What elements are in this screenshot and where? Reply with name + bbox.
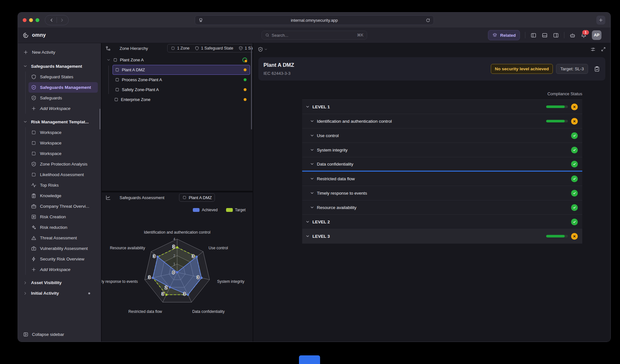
compliance-progress-bar	[546, 105, 568, 108]
clipboard-check-icon[interactable]	[594, 66, 600, 72]
zone-detail-badges: No security level achieved Target: SL-3	[491, 64, 600, 74]
collapse-sidebar-button[interactable]: Collapse sidebar	[23, 332, 64, 337]
reload-icon[interactable]	[426, 18, 430, 23]
legend-item-target[interactable]: Target	[226, 208, 246, 212]
compliance-row-level-3[interactable]: LEVEL 3	[302, 229, 582, 244]
settings-sliders-icon[interactable]	[590, 47, 596, 52]
forward-button[interactable]	[57, 16, 67, 24]
sidebar-item-safeguards-management[interactable]: Safeguards Management	[28, 82, 98, 93]
sidebar-item-vulnerability-assessment[interactable]: Vulnerability Assessment	[28, 243, 98, 254]
chevron-down-icon[interactable]	[310, 133, 314, 138]
sidebar-item-add-workspace[interactable]: Add Workspace	[28, 264, 98, 275]
tree-node-safety-zone-plant-a[interactable]: Safety Zone-Plant A	[113, 85, 250, 95]
status-dot-green	[244, 78, 247, 81]
chevron-left-icon	[49, 18, 54, 23]
app-body: New ActivitySafeguards ManagementSafegua…	[18, 43, 610, 342]
sidebar-item-add-workspace[interactable]: Add Workspace	[28, 103, 98, 114]
sidebar-item-workspace[interactable]: Workspace	[28, 138, 98, 148]
close-window-button[interactable]	[23, 18, 27, 22]
sidebar-section-safeguards-management[interactable]: Safeguards Management	[21, 61, 98, 72]
hierarchy-icon	[106, 46, 111, 51]
compliance-row-label: Timely response to events	[317, 191, 367, 196]
assistant-button[interactable]	[569, 32, 576, 38]
sidebar-item-label: Security Risk Overview	[40, 257, 84, 261]
tree-node-label: Plant A DMZ	[122, 67, 145, 72]
svg-text:System integrity: System integrity	[217, 279, 244, 284]
sidebar-item-new-activity[interactable]: New Activity	[21, 47, 98, 58]
search-input[interactable]: Search... ⌘K	[262, 31, 367, 40]
sidebar-item-risk-creation[interactable]: Risk Creation	[28, 212, 98, 222]
minimize-window-button[interactable]	[29, 18, 33, 22]
framework-selector[interactable]	[258, 47, 268, 52]
chevron-down-icon[interactable]	[310, 162, 314, 166]
compliance-row-data-confidentiality[interactable]: Data confidentiality	[302, 157, 582, 172]
sidebar-item-safeguard-states[interactable]: Safeguard States	[28, 72, 98, 82]
compliance-row-timely-response-to-events[interactable]: Timely response to events	[302, 186, 582, 200]
compliance-row-system-integrity[interactable]: System integrity	[302, 143, 582, 157]
sidebar-item-zone-protection-analysis[interactable]: Zone Protection Analysis	[28, 159, 98, 169]
zone-badge-1-zone: 1 Zone	[171, 46, 190, 50]
chevron-down-icon[interactable]	[305, 105, 310, 109]
app-logo[interactable]: omny	[22, 32, 46, 39]
sidebar-item-risk-reduction[interactable]: Risk reduction	[28, 222, 98, 233]
compliance-row-status	[571, 147, 578, 153]
avatar[interactable]: AP	[592, 30, 601, 40]
sidebar-item-threat-assessment[interactable]: Threat Assessment	[28, 233, 98, 243]
toggle-bottom-panel-button[interactable]	[542, 32, 548, 38]
related-button[interactable]: Related	[488, 30, 520, 40]
svg-text:3: 3	[148, 275, 151, 280]
sidebar-item-asset-visibility[interactable]: Asset Visibility	[21, 277, 98, 288]
address-bar[interactable]: internal.omnysecurity.app	[195, 15, 434, 25]
zone-panel-scrollbar[interactable]	[251, 46, 252, 129]
toggle-left-panel-button[interactable]	[530, 32, 537, 38]
sidebar-item-workspace[interactable]: Workspace	[28, 148, 98, 159]
compliance-row-restricted-data-flow[interactable]: Restricted data flow	[302, 172, 582, 186]
chevron-down-icon[interactable]	[310, 148, 314, 152]
screen: internal.omnysecurity.app omny Search...…	[0, 0, 620, 364]
sidebar-section-risk-management-templat[interactable]: Risk Management Templat...	[21, 116, 98, 127]
compliance-row-level-1[interactable]: LEVEL 1	[302, 100, 582, 114]
sidebar-item-top-risks[interactable]: Top Risks	[28, 180, 98, 190]
tree-node-label: Process Zone-Plant A	[122, 77, 162, 82]
notifications-button[interactable]: 1	[581, 32, 587, 38]
compliance-progress-bar	[546, 235, 568, 237]
chevron-down-icon[interactable]	[310, 176, 314, 181]
chevron-down-icon[interactable]	[310, 191, 314, 195]
tree-node-plant-a-dmz[interactable]: Plant A DMZ	[113, 65, 250, 75]
legend-item-achieved[interactable]: Achieved	[193, 208, 217, 212]
tree-node-process-zone-plant-a[interactable]: Process Zone-Plant A	[113, 75, 250, 85]
tree-node-plant-zone-a[interactable]: Plant Zone A	[104, 55, 250, 65]
expand-icon[interactable]	[601, 47, 606, 52]
tree-node-enterprise-zone[interactable]: Enterprise Zone	[104, 95, 250, 105]
assessment-zone-chip[interactable]: Plant A DMZ	[179, 193, 215, 202]
sidebar-item-knowledge[interactable]: Knowledge	[28, 190, 98, 201]
sidebar-item-likelihood-assessment[interactable]: Likelihood Assessment	[28, 169, 98, 180]
compliance-row-resource-availability[interactable]: Resource availability	[302, 200, 582, 215]
new-tab-button[interactable]	[596, 16, 605, 25]
chevron-down-icon[interactable]	[305, 220, 310, 224]
zone-badge-1-safeguard: 1 Safeguard	[239, 46, 253, 50]
reader-view-icon[interactable]	[198, 18, 203, 23]
zone-tree: Plant Zone APlant A DMZProcess Zone-Plan…	[102, 53, 253, 105]
sidebar-item-company-threat-overvi[interactable]: Company Threat Overvi...	[28, 201, 98, 212]
zoom-window-button[interactable]	[35, 18, 39, 22]
compliance-row-level-2[interactable]: LEVEL 2	[302, 215, 582, 229]
sidebar-scrollbar[interactable]	[99, 109, 100, 129]
toggle-right-panel-button[interactable]	[553, 32, 559, 38]
chevron-down-icon[interactable]	[310, 119, 314, 123]
sidebar-item-security-risk-overview[interactable]: Security Risk Overview	[28, 254, 98, 264]
zone-detail-titles: Plant A DMZ IEC 62443-3-3	[263, 62, 294, 76]
chevron-down-icon[interactable]	[305, 234, 310, 238]
compliance-row-identification-and-authentication-control[interactable]: Identification and authentication contro…	[302, 114, 582, 128]
chevron-down-icon[interactable]	[310, 205, 314, 210]
sidebar-item-initial-activity[interactable]: Initial Activity	[21, 288, 98, 298]
compliance-row-label: Data confidentiality	[317, 162, 353, 167]
sidebar-item-workspace[interactable]: Workspace	[28, 127, 98, 138]
shield-check-icon	[31, 95, 36, 101]
app-header: omny Search... ⌘K Related	[18, 27, 610, 43]
sidebar-item-safeguards[interactable]: Safeguards	[28, 93, 98, 103]
back-button[interactable]	[46, 16, 57, 24]
sparkles-icon	[31, 225, 36, 230]
compliance-row-use-control[interactable]: Use control	[302, 128, 582, 143]
triangle-alert-icon	[31, 235, 36, 241]
